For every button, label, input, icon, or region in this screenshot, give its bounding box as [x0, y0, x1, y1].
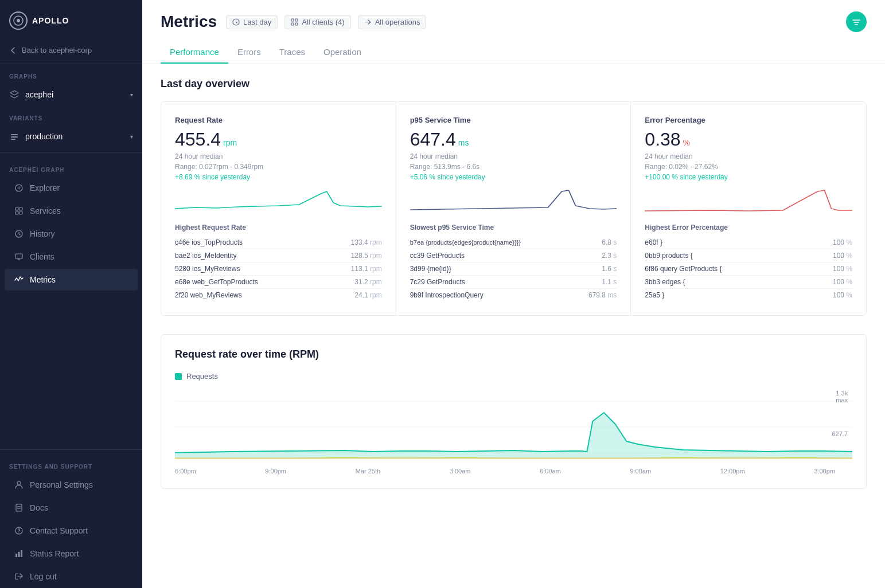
table-row: 7c29 GetProducts 1.1 s: [410, 276, 617, 289]
p95-sub3: +5.06 % since yesterday: [410, 173, 617, 181]
badge-operations[interactable]: All operations: [358, 15, 427, 29]
badge-operations-label: All operations: [375, 18, 420, 26]
overview-title: Last day overview: [161, 78, 867, 90]
svg-rect-7: [20, 207, 22, 210]
x-label-4: 3:00am: [450, 468, 471, 475]
tab-operation[interactable]: Operation: [314, 41, 371, 64]
highest-request-rate-title: Highest Request Rate: [175, 224, 382, 232]
services-label: Services: [30, 206, 61, 215]
row-label: 3bb3 edges {: [645, 278, 685, 286]
table-row: 3bb3 edges { 100 %: [645, 276, 852, 289]
sidebar-item-services[interactable]: Services: [5, 200, 138, 222]
row-label: b7ea {products{edges{product{name}}}}: [410, 239, 521, 246]
tab-errors[interactable]: Errors: [228, 41, 270, 64]
bar-chart-icon: [14, 548, 24, 559]
error-sparkline: [645, 186, 852, 214]
svg-rect-9: [20, 211, 22, 214]
personal-settings-label: Personal Settings: [30, 480, 93, 489]
row-label: c46e ios_TopProducts: [175, 238, 243, 246]
row-value: 24.1 rpm: [354, 291, 381, 299]
svg-rect-3: [11, 136, 18, 138]
row-label: 3d99 {me{id}}: [410, 265, 451, 273]
row-value: 2.3 s: [602, 252, 617, 260]
row-value: 6.8 s: [602, 238, 617, 246]
status-report-label: Status Report: [30, 549, 79, 558]
variant-selector[interactable]: production ▾: [0, 126, 142, 147]
sidebar-item-docs[interactable]: Docs: [5, 497, 138, 519]
header-badges: Last day All clients (4) All operations: [226, 15, 426, 29]
error-sub1: 24 hour median: [645, 152, 852, 160]
svg-rect-24: [291, 23, 294, 25]
badge-last-day[interactable]: Last day: [226, 15, 278, 29]
svg-rect-4: [11, 139, 15, 140]
metrics-overview-cards: Request Rate 455.4 rpm 24 hour median Ra…: [161, 101, 867, 316]
row-label: 2f20 web_MyReviews: [175, 291, 242, 299]
svg-point-1: [17, 19, 20, 22]
row-value: 100 %: [833, 278, 852, 286]
table-row: cc39 GetProducts 2.3 s: [410, 249, 617, 262]
table-row: e60f } 100 %: [645, 236, 852, 249]
sidebar-item-history[interactable]: History: [5, 223, 138, 245]
highest-error-title: Highest Error Percentage: [645, 224, 852, 232]
sidebar-item-personal-settings[interactable]: Personal Settings: [5, 474, 138, 496]
graph-selector[interactable]: acephei ▾: [0, 84, 142, 105]
chart-with-y-axis: 1.3kmax 627.7: [175, 390, 852, 464]
x-label-1: 6:00pm: [175, 468, 196, 475]
help-circle-icon: [14, 526, 24, 536]
row-value: 133.4 rpm: [351, 238, 382, 246]
x-label-3: Mar 25th: [356, 468, 380, 475]
tab-traces[interactable]: Traces: [270, 41, 314, 64]
svg-rect-18: [15, 554, 17, 557]
rpm-chart-title: Request rate over time (RPM): [175, 348, 852, 360]
variant-icon: [9, 131, 20, 142]
error-value: 0.38 %: [645, 129, 852, 150]
metric-card-request-rate: Request Rate 455.4 rpm 24 hour median Ra…: [161, 102, 396, 315]
operations-icon: [364, 18, 372, 26]
clock-icon: [14, 229, 24, 239]
filter-button[interactable]: [846, 11, 867, 32]
sidebar-item-explorer[interactable]: Explorer: [5, 177, 138, 199]
sidebar: APOLLO Back to acephei-corp GRAPHS aceph…: [0, 0, 142, 588]
table-row: 5280 ios_MyReviews 113.1 rpm: [175, 262, 382, 276]
highest-error-table: Highest Error Percentage e60f } 100 % 0b…: [645, 224, 852, 301]
back-link[interactable]: Back to acephei-corp: [0, 41, 142, 64]
request-rate-title: Request Rate: [175, 116, 382, 124]
monitor-icon: [14, 252, 24, 262]
table-row: 3d99 {me{id}} 1.6 s: [410, 262, 617, 276]
metric-card-error: Error Percentage 0.38 % 24 hour median R…: [631, 102, 866, 315]
badge-clients[interactable]: All clients (4): [284, 15, 350, 29]
svg-rect-2: [11, 134, 18, 135]
row-label: 0bb9 products {: [645, 252, 692, 260]
row-label: bae2 ios_MeIdentity: [175, 252, 236, 260]
sidebar-item-metrics[interactable]: Metrics: [5, 269, 138, 291]
svg-rect-20: [21, 550, 22, 557]
svg-rect-19: [18, 552, 20, 557]
table-row: bae2 ios_MeIdentity 128.5 rpm: [175, 249, 382, 262]
row-label: 25a5 }: [645, 291, 664, 299]
row-label: 6f86 query GetProducts {: [645, 265, 722, 273]
legend-label-requests: Requests: [186, 372, 218, 381]
chevron-down-icon-variant: ▾: [130, 134, 133, 140]
legend-color-requests: [175, 373, 182, 380]
p95-unit: ms: [458, 138, 469, 147]
sidebar-item-log-out[interactable]: Log out: [5, 566, 138, 587]
rpm-chart-section: Request rate over time (RPM) Requests: [161, 334, 867, 489]
svg-rect-25: [295, 23, 298, 25]
row-value: 100 %: [833, 252, 852, 260]
row-label: 5280 ios_MyReviews: [175, 265, 240, 273]
compass-icon: [14, 183, 24, 193]
tab-performance[interactable]: Performance: [161, 41, 228, 64]
y-label-max: 1.3kmax: [820, 390, 848, 403]
x-label-7: 12:00pm: [720, 468, 745, 475]
sidebar-item-clients[interactable]: Clients: [5, 246, 138, 268]
y-label-mid: 627.7: [820, 430, 848, 437]
sidebar-item-contact-support[interactable]: Contact Support: [5, 520, 138, 542]
row-label: cc39 GetProducts: [410, 252, 465, 260]
logo-text: APOLLO: [32, 16, 69, 25]
row-value: 100 %: [833, 291, 852, 299]
history-label: History: [30, 229, 55, 238]
highest-request-rate-table: Highest Request Rate c46e ios_TopProduct…: [175, 224, 382, 301]
slowest-p95-table: Slowest p95 Service Time b7ea {products{…: [410, 224, 617, 301]
metric-card-p95: p95 Service Time 647.4 ms 24 hour median…: [396, 102, 631, 315]
sidebar-item-status-report[interactable]: Status Report: [5, 543, 138, 565]
